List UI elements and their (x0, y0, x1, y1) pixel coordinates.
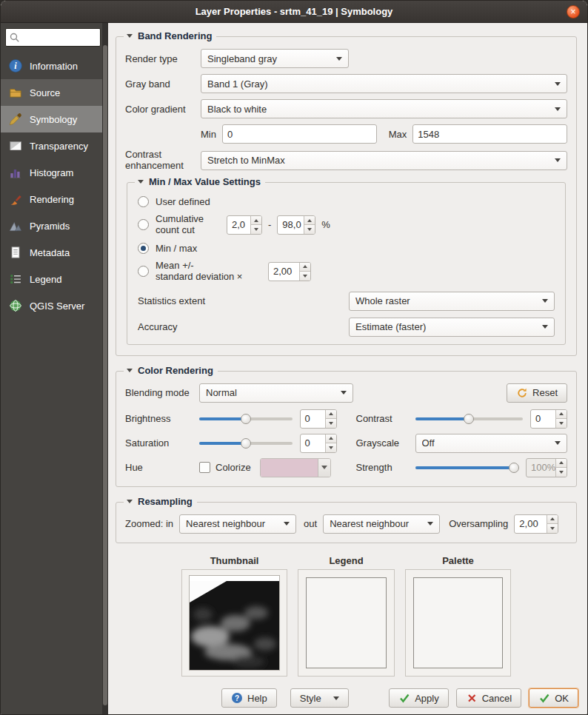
collapse-icon[interactable] (127, 500, 133, 503)
spin-down-icon[interactable] (550, 527, 555, 530)
sidebar-scrollbar[interactable] (102, 23, 108, 714)
slider-handle[interactable] (241, 414, 251, 424)
resampling-header[interactable]: Resampling (124, 496, 197, 507)
group-title-label: Color Rendering (138, 365, 213, 376)
help-button[interactable]: ? Help (221, 688, 277, 708)
gray-band-combo[interactable]: Band 1 (Gray) (201, 74, 567, 93)
cancel-button[interactable]: Cancel (456, 688, 521, 708)
titlebar[interactable]: Layer Properties - srtm_41_19 | Symbolog… (1, 1, 587, 23)
spin-down-icon[interactable] (307, 228, 312, 231)
min-max-radio[interactable] (138, 243, 149, 254)
cumulative-high-spin[interactable]: 98,0 (277, 215, 315, 235)
zoomed-in-combo[interactable]: Nearest neighbour (179, 514, 296, 534)
minmax-settings-header[interactable]: Min / Max Value Settings (135, 176, 265, 187)
spin-buttons[interactable] (250, 216, 261, 234)
sidebar-item-histogram[interactable]: Histogram (1, 159, 108, 186)
collapse-icon[interactable] (127, 369, 133, 372)
sidebar-item-metadata[interactable]: Metadata (1, 239, 108, 266)
group-title-label: Resampling (138, 496, 193, 507)
dialog-button-box: ? Help Style Apply (221, 688, 578, 708)
strength-slider[interactable] (415, 461, 519, 474)
min-input[interactable] (222, 124, 377, 144)
stddev-spin[interactable]: 2,00 (268, 262, 311, 281)
reset-button[interactable]: Reset (507, 383, 567, 403)
spin-up-icon[interactable] (307, 219, 312, 222)
spin-down-icon[interactable] (254, 228, 258, 231)
sidebar-item-transparency[interactable]: Transparency (1, 132, 108, 159)
sidebar-item-information[interactable]: i Information (1, 53, 108, 79)
spin-down-icon[interactable] (559, 422, 564, 425)
colorize-color-picker[interactable] (260, 458, 331, 477)
spin-up-icon[interactable] (329, 412, 333, 415)
sidebar-item-rendering[interactable]: Rendering (1, 186, 108, 212)
mean-stddev-label[interactable]: Mean +/- standard deviation × (156, 261, 268, 283)
sidebar-item-legend[interactable]: Legend (1, 266, 108, 292)
contrast-enhancement-combo[interactable]: Stretch to MinMax (201, 151, 567, 170)
spin-buttons[interactable] (304, 216, 315, 234)
min-max-label[interactable]: Min / max (156, 243, 197, 254)
colorize-label[interactable]: Colorize (216, 462, 251, 473)
max-input[interactable] (412, 124, 567, 144)
spin-down-icon[interactable] (329, 446, 333, 449)
oversampling-spin[interactable]: 2,00 (514, 514, 558, 534)
chevron-down-icon (555, 82, 561, 86)
spin-buttons (555, 459, 567, 477)
contrast-slider[interactable] (415, 412, 524, 426)
sidebar-item-qgis-server[interactable]: QGIS Server (1, 292, 108, 319)
statistics-extent-combo[interactable]: Whole raster (349, 292, 555, 311)
spin-buttons[interactable] (555, 410, 567, 428)
sidebar-item-symbology[interactable]: Symbology (1, 106, 108, 132)
spin-buttons[interactable] (325, 434, 336, 452)
chevron-down-icon (341, 391, 347, 395)
statistics-extent-label: Statistics extent (138, 295, 349, 306)
sidebar-scrollbar-thumb[interactable] (103, 45, 107, 705)
spin-up-icon[interactable] (559, 412, 564, 415)
accuracy-combo[interactable]: Estimate (faster) (349, 318, 555, 337)
style-button[interactable]: Style (290, 688, 349, 708)
blending-mode-combo[interactable]: Normal (199, 383, 353, 403)
sidebar-item-pyramids[interactable]: Pyramids (1, 212, 108, 239)
saturation-slider[interactable] (199, 437, 293, 450)
band-rendering-header[interactable]: Band Rendering (124, 30, 216, 41)
sidebar-item-label: Metadata (30, 247, 70, 258)
slider-handle[interactable] (241, 438, 251, 449)
collapse-icon[interactable] (138, 180, 144, 184)
spin-buttons[interactable] (325, 410, 336, 428)
chevron-down-icon (542, 325, 548, 329)
sidebar-item-source[interactable]: Source (1, 79, 108, 106)
spin-up-icon[interactable] (550, 517, 555, 520)
spin-up-icon[interactable] (303, 265, 307, 268)
apply-button[interactable]: Apply (389, 688, 449, 708)
slider-handle[interactable] (464, 414, 474, 424)
slider-handle[interactable] (509, 463, 519, 473)
spin-down-icon[interactable] (329, 422, 333, 425)
close-icon[interactable]: × (567, 5, 580, 19)
cumulative-low-spin[interactable]: 2,0 (227, 215, 262, 235)
ok-button[interactable]: OK (529, 688, 578, 708)
spin-up-icon[interactable] (329, 437, 333, 440)
brightness-spin[interactable]: 0 (300, 409, 337, 429)
thumbnail-label: Thumbnail (210, 555, 259, 566)
spin-buttons[interactable] (299, 263, 310, 281)
colorize-checkbox[interactable] (199, 462, 210, 473)
zoomed-out-combo[interactable]: Nearest neighbour (323, 514, 440, 534)
mean-stddev-radio[interactable] (138, 266, 149, 277)
cumulative-count-cut-radio[interactable] (138, 219, 149, 230)
collapse-icon[interactable] (127, 34, 133, 38)
render-type-combo[interactable]: Singleband gray (201, 49, 349, 68)
cumulative-count-cut-label[interactable]: Cumulative count cut (156, 214, 227, 236)
spin-up-icon[interactable] (254, 219, 258, 222)
spin-buttons[interactable] (547, 515, 558, 533)
user-defined-label[interactable]: User defined (156, 196, 210, 207)
saturation-spin[interactable]: 0 (300, 434, 337, 453)
color-gradient-combo[interactable]: Black to white (201, 99, 567, 118)
color-rendering-header[interactable]: Color Rendering (124, 365, 218, 376)
grayscale-combo[interactable]: Off (415, 434, 568, 453)
brightness-slider[interactable] (199, 412, 293, 426)
user-defined-radio[interactable] (138, 196, 149, 207)
sidebar-search[interactable] (5, 28, 101, 47)
contrast-spin[interactable]: 0 (530, 409, 567, 429)
sidebar-search-input[interactable] (21, 33, 87, 43)
spin-down-icon[interactable] (303, 275, 307, 278)
layer-properties-dialog: Layer Properties - srtm_41_19 | Symbolog… (0, 0, 588, 715)
